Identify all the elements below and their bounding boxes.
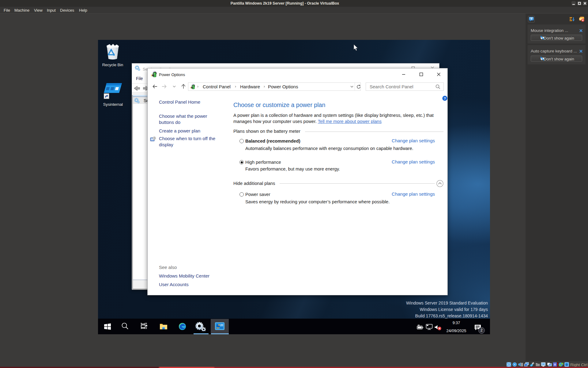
svg-text:?: ? bbox=[444, 97, 446, 100]
svg-text:V: V bbox=[554, 363, 556, 366]
